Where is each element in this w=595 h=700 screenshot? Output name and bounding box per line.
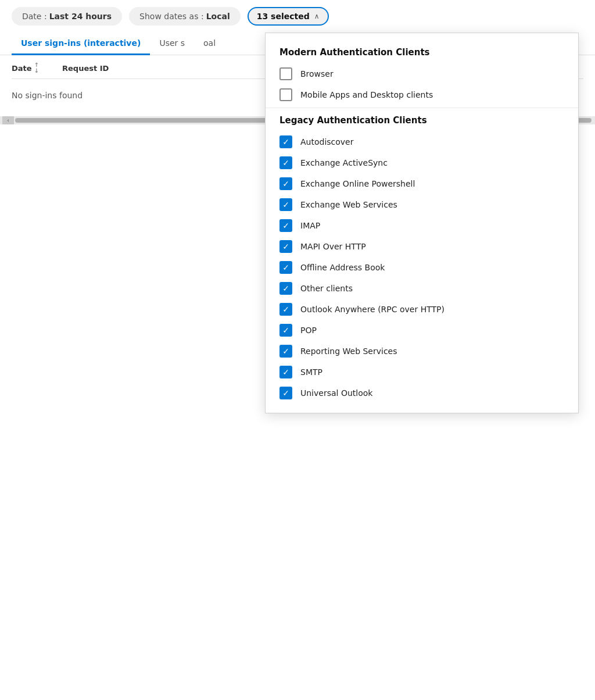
- checkbox-browser[interactable]: [279, 67, 292, 80]
- client-type-dropdown: Modern Authentication Clients Browser Mo…: [265, 33, 579, 413]
- dropdown-item-mobile-desktop[interactable]: Mobile Apps and Desktop clients: [266, 84, 578, 105]
- sort-icon: ↑↓: [34, 62, 39, 74]
- checkbox-reporting-web-services[interactable]: ✓: [279, 345, 292, 358]
- checkmark-icon: ✓: [282, 158, 289, 167]
- checkmark-icon: ✓: [282, 326, 289, 335]
- client-type-filter-pill[interactable]: 13 selected ∧: [248, 7, 329, 26]
- mapi-over-http-label: MAPI Over HTTP: [300, 242, 366, 251]
- browser-label: Browser: [300, 69, 334, 78]
- checkbox-pop[interactable]: ✓: [279, 324, 292, 337]
- checkbox-offline-address-book[interactable]: ✓: [279, 261, 292, 274]
- exchange-activesync-label: Exchange ActiveSync: [300, 158, 388, 167]
- dropdown-item-other-clients[interactable]: ✓ Other clients: [266, 278, 578, 299]
- dropdown-item-offline-address-book[interactable]: ✓ Offline Address Book: [266, 257, 578, 278]
- tab-service[interactable]: User s: [150, 33, 194, 55]
- imap-label: IMAP: [300, 221, 320, 230]
- checkbox-exchange-activesync[interactable]: ✓: [279, 156, 292, 169]
- universal-outlook-label: Universal Outlook: [300, 388, 372, 398]
- show-dates-filter-pill[interactable]: Show dates as : Local: [129, 7, 241, 26]
- checkmark-icon: ✓: [282, 367, 289, 377]
- dropdown-item-reporting-web-services[interactable]: ✓ Reporting Web Services: [266, 341, 578, 362]
- section-divider: [266, 108, 578, 108]
- checkbox-other-clients[interactable]: ✓: [279, 282, 292, 295]
- date-filter-value: Last 24 hours: [49, 12, 112, 21]
- tab-interactive[interactable]: User sign-ins (interactive): [12, 33, 150, 55]
- show-dates-label: Show dates as :: [139, 12, 204, 21]
- show-dates-value: Local: [206, 12, 230, 21]
- selected-count: 13 selected: [257, 12, 310, 21]
- dropdown-item-exchange-online-powershell[interactable]: ✓ Exchange Online Powershell: [266, 173, 578, 194]
- checkmark-icon: ✓: [282, 137, 289, 147]
- checkmark-icon: ✓: [282, 284, 289, 293]
- checkbox-outlook-anywhere[interactable]: ✓: [279, 303, 292, 316]
- checkbox-imap[interactable]: ✓: [279, 219, 292, 232]
- smtp-label: SMTP: [300, 367, 322, 377]
- dropdown-item-universal-outlook[interactable]: ✓ Universal Outlook: [266, 383, 578, 403]
- checkbox-mobile-desktop[interactable]: [279, 88, 292, 101]
- column-header-request-id: Request ID: [62, 64, 109, 73]
- checkbox-universal-outlook[interactable]: ✓: [279, 387, 292, 399]
- left-arrow-icon: ‹: [7, 117, 9, 123]
- scroll-left-arrow[interactable]: ‹: [2, 116, 14, 124]
- dropdown-item-exchange-activesync[interactable]: ✓ Exchange ActiveSync: [266, 152, 578, 173]
- checkbox-exchange-web-services[interactable]: ✓: [279, 198, 292, 211]
- autodiscover-label: Autodiscover: [300, 137, 354, 147]
- checkmark-icon: ✓: [282, 388, 289, 398]
- tab-other[interactable]: oal: [194, 33, 225, 55]
- other-clients-label: Other clients: [300, 284, 353, 293]
- dropdown-item-pop[interactable]: ✓ POP: [266, 320, 578, 341]
- date-filter-label: Date :: [22, 12, 47, 21]
- checkmark-icon: ✓: [282, 347, 289, 356]
- checkbox-smtp[interactable]: ✓: [279, 366, 292, 378]
- dropdown-item-mapi-over-http[interactable]: ✓ MAPI Over HTTP: [266, 236, 578, 257]
- checkbox-autodiscover[interactable]: ✓: [279, 135, 292, 148]
- checkmark-icon: ✓: [282, 179, 289, 188]
- date-filter-pill[interactable]: Date : Last 24 hours: [12, 7, 122, 26]
- exchange-web-services-label: Exchange Web Services: [300, 200, 397, 209]
- offline-address-book-label: Offline Address Book: [300, 263, 385, 272]
- legacy-auth-section-title: Legacy Authentication Clients: [266, 110, 578, 131]
- pop-label: POP: [300, 326, 317, 335]
- column-header-date[interactable]: Date ↑↓: [12, 62, 39, 74]
- checkmark-icon: ✓: [282, 221, 289, 230]
- dropdown-item-exchange-web-services[interactable]: ✓ Exchange Web Services: [266, 194, 578, 215]
- dropdown-item-autodiscover[interactable]: ✓ Autodiscover: [266, 131, 578, 152]
- dropdown-item-imap[interactable]: ✓ IMAP: [266, 215, 578, 236]
- mobile-desktop-label: Mobile Apps and Desktop clients: [300, 90, 433, 99]
- outlook-anywhere-label: Outlook Anywhere (RPC over HTTP): [300, 305, 445, 314]
- checkbox-mapi-over-http[interactable]: ✓: [279, 240, 292, 253]
- checkmark-icon: ✓: [282, 200, 289, 209]
- checkmark-icon: ✓: [282, 263, 289, 272]
- filter-bar: Date : Last 24 hours Show dates as : Loc…: [0, 0, 595, 33]
- dropdown-item-outlook-anywhere[interactable]: ✓ Outlook Anywhere (RPC over HTTP): [266, 299, 578, 320]
- dropdown-item-browser[interactable]: Browser: [266, 63, 578, 84]
- reporting-web-services-label: Reporting Web Services: [300, 347, 397, 356]
- dropdown-item-smtp[interactable]: ✓ SMTP: [266, 362, 578, 383]
- checkbox-exchange-online-powershell[interactable]: ✓: [279, 177, 292, 190]
- modern-auth-section-title: Modern Authentication Clients: [266, 42, 578, 63]
- chevron-up-icon: ∧: [314, 12, 320, 20]
- checkmark-icon: ✓: [282, 242, 289, 251]
- exchange-online-powershell-label: Exchange Online Powershell: [300, 179, 415, 188]
- checkmark-icon: ✓: [282, 305, 289, 314]
